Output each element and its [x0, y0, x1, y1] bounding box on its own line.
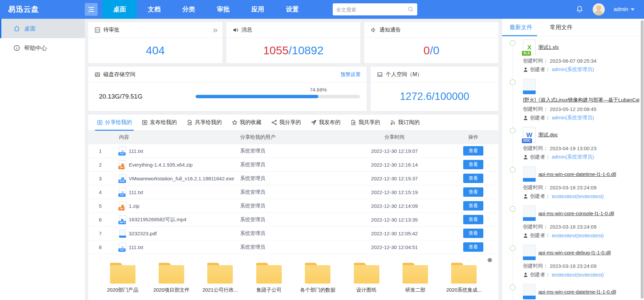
file-link[interactable]: [野火]《嵌入式Linux镜像构建与部署—基于LubanCat-: [523, 97, 639, 103]
share-tab-2[interactable]: 共享给我的: [183, 115, 226, 130]
sidebar-item-1[interactable]: 帮助中心: [0, 38, 85, 58]
recent-files-panel: 最新文件常用文件 XXLS测试1.xls创建时间：2023-06-07 09:2…: [502, 19, 644, 300]
right-tab-0[interactable]: 最新文件: [508, 19, 534, 36]
file-link[interactable]: api-ms-win-core-console-l1-1-0.dll: [538, 211, 614, 216]
file-name[interactable]: 3232323.pdf: [129, 231, 157, 236]
nav-tab-1[interactable]: 文档: [137, 0, 171, 19]
folder-icon: [305, 263, 330, 284]
file-name[interactable]: 111.txt: [129, 189, 143, 195]
file-name[interactable]: 1.zip: [129, 203, 140, 209]
nav-tab-4[interactable]: 应用: [240, 0, 275, 19]
share-tab-0[interactable]: 分享给我的: [93, 115, 136, 130]
gear-icon[interactable]: [486, 257, 493, 263]
avatar[interactable]: [593, 3, 605, 15]
creator[interactable]: admin(系统管理员): [552, 115, 594, 121]
folder-icon: [354, 263, 379, 284]
view-button[interactable]: 查看: [463, 146, 483, 156]
share-nodes-icon: [271, 120, 277, 125]
personal-space-card: 个人空间（M） 1272.6/100000: [371, 67, 498, 111]
file-name[interactable]: Everything-1.4.1.935.x64.zip: [129, 162, 193, 168]
creator[interactable]: admin(系统管理员): [552, 66, 594, 73]
card-title: 消息: [241, 26, 252, 34]
right-panel-tabs: 最新文件常用文件: [508, 19, 639, 36]
view-button[interactable]: 查看: [463, 187, 483, 197]
desktop-folder[interactable]: 2020系统集成...: [440, 263, 487, 293]
view-button[interactable]: 查看: [463, 229, 483, 238]
person-icon: [523, 67, 528, 72]
messages-card: 消息 1055/10892: [226, 22, 361, 63]
table-row: 1≡TXT111.txt系统管理员2022-12-30 12:19:07查看: [88, 144, 498, 158]
file-link[interactable]: api-ms-win-core-debug-l1-1-0.dll: [538, 250, 611, 255]
bell-icon[interactable]: [575, 5, 584, 14]
warning-settings-link[interactable]: 预警设置: [340, 71, 361, 78]
desktop-folder[interactable]: 2020项目部文件: [148, 263, 195, 293]
star-icon: [232, 120, 237, 125]
nav-tab-5[interactable]: 设置: [275, 0, 310, 19]
caret-down-icon: [631, 8, 635, 11]
shared-by-user: 系统管理员: [240, 148, 341, 154]
share-time: 2022-12-30 12:15:19: [341, 189, 448, 195]
nav-tab-0[interactable]: 桌面: [102, 0, 137, 19]
file-name[interactable]: VMwareworkstation_full_v16.2.1.18811642.…: [129, 176, 234, 181]
recent-file-item: WDOC测试.doc创建时间：2023-04-19 13:00:23创建者：ad…: [508, 127, 639, 166]
nav-tab-2[interactable]: 分类: [171, 0, 206, 19]
creator[interactable]: testtesttest(testtesttest): [552, 193, 604, 199]
share-tab-1[interactable]: 发布给我的: [138, 115, 181, 130]
menu-icon[interactable]: [85, 3, 98, 16]
send-icon: [311, 120, 317, 125]
view-button[interactable]: 查看: [463, 215, 483, 224]
sidebar-item-0[interactable]: 桌面: [0, 19, 85, 38]
file-link[interactable]: 测试1.xls: [538, 44, 559, 51]
disk-progress: 74.68%: [196, 95, 360, 98]
card-title: 通知通告: [379, 26, 401, 34]
file-name[interactable]: 1632195269582可以.mp4: [129, 217, 186, 223]
desktop-folder[interactable]: 研发二部: [392, 263, 439, 293]
shared-by-user: 系统管理员: [240, 162, 341, 168]
table-row: 4≡TXT111.txt系统管理员2022-12-30 12:15:19查看: [88, 185, 498, 199]
file-type-icon: ≡TXT: [119, 146, 126, 155]
view-button[interactable]: 查看: [463, 160, 483, 169]
recent-file-item: XXLS测试1.xls创建时间：2023-06-07 09:25:34创建者：a…: [508, 40, 639, 79]
file-name[interactable]: 111.txt: [129, 244, 143, 250]
person-icon: [523, 194, 528, 199]
desktop-folder[interactable]: 集团子公司: [246, 263, 292, 293]
search-icon[interactable]: [407, 6, 414, 13]
scrollbar[interactable]: [641, 20, 644, 299]
recent-file-item: api-ms-win-core-datetime-l1-1-0.dll创建时间：…: [508, 284, 639, 300]
search-input[interactable]: [336, 7, 407, 12]
file-type-icon: ▶MP4: [119, 215, 126, 224]
desktop-folder[interactable]: 2020部门产品: [99, 263, 146, 293]
expand-icon[interactable]: »: [213, 25, 216, 34]
file-type-icon: ≡TXT: [119, 188, 126, 196]
share-tab-4[interactable]: 我分享的: [267, 115, 305, 130]
share-tab-5[interactable]: 我发布的: [307, 115, 344, 130]
user-menu[interactable]: admin: [613, 6, 635, 12]
right-tab-1[interactable]: 常用文件: [548, 19, 574, 36]
card-title: 磁盘存储空间: [103, 71, 136, 78]
file-name[interactable]: 111.txt: [129, 148, 143, 154]
list-icon: [97, 120, 103, 125]
creator[interactable]: testtesttest(testtesttest): [552, 272, 604, 278]
list-icon: [142, 120, 148, 125]
file-type-icon: ▣ZIP: [119, 160, 126, 169]
share-tab-7[interactable]: 我订阅的: [386, 115, 424, 130]
nav-tab-3[interactable]: 审批: [206, 0, 240, 19]
file-link[interactable]: api-ms-win-core-datetime-l1-1-0.dll: [538, 171, 616, 177]
shared-by-user: 系统管理员: [240, 244, 341, 250]
view-button[interactable]: 查看: [463, 201, 483, 211]
creator[interactable]: testtesttest(testtesttest): [552, 233, 604, 238]
share-table: 内容 分享给我的用户 分享时间 操作 1≡TXT111.txt系统管理员2022…: [88, 131, 498, 254]
shared-by-user: 系统管理员: [240, 217, 341, 223]
file-link[interactable]: 测试.doc: [538, 132, 558, 138]
view-button[interactable]: 查看: [463, 174, 483, 183]
speaker-icon: [232, 27, 239, 33]
share-tab-6[interactable]: 我共享的: [346, 115, 384, 130]
share-time: 2022-12-30 12:13:35: [341, 217, 448, 223]
view-button[interactable]: 查看: [463, 242, 483, 252]
desktop-folder[interactable]: 各个部门的数据: [294, 263, 341, 293]
desktop-folder[interactable]: 设计图纸: [343, 263, 390, 293]
file-link[interactable]: api-ms-win-core-datetime-l1-1-0.dll: [538, 289, 616, 295]
share-tab-3[interactable]: 我的收藏: [228, 115, 265, 130]
creator[interactable]: admin(系统管理员): [552, 154, 594, 160]
desktop-folder[interactable]: 2021公司行政...: [197, 263, 244, 293]
